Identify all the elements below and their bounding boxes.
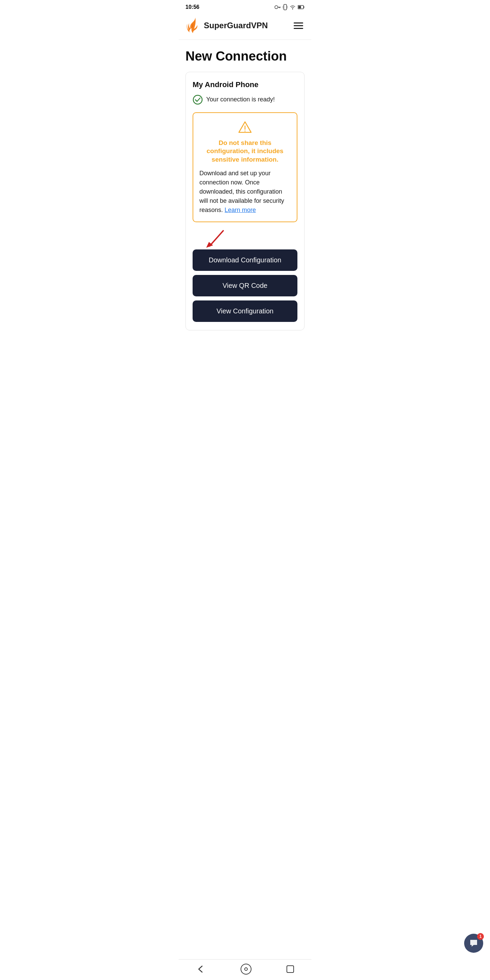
red-arrow-icon (203, 229, 230, 250)
warning-title: Do not share this configuration, it incl… (199, 139, 291, 164)
warning-icon-wrap (199, 120, 291, 135)
logo-area: SuperGuardVPN (185, 17, 268, 34)
device-name: My Android Phone (192, 80, 298, 89)
svg-rect-4 (284, 5, 286, 10)
hamburger-line-1 (294, 22, 303, 24)
status-icons (275, 4, 305, 10)
page-title: New Connection (185, 49, 305, 64)
key-icon (275, 5, 281, 9)
hamburger-line-3 (294, 28, 303, 29)
app-name: SuperGuardVPN (204, 21, 268, 30)
warning-box: Do not share this configuration, it incl… (192, 112, 298, 222)
status-bar: 10:56 (179, 0, 311, 13)
warning-triangle-icon (237, 120, 253, 135)
learn-more-link[interactable]: Learn more (224, 207, 256, 213)
arrow-container (192, 229, 298, 250)
status-time: 10:56 (185, 4, 199, 10)
connection-status: Your connection is ready! (192, 95, 298, 105)
svg-line-12 (210, 231, 223, 246)
battery-icon (298, 5, 305, 9)
app-header: SuperGuardVPN (179, 13, 311, 40)
warning-body: Download and set up your connection now.… (199, 169, 291, 215)
svg-rect-8 (298, 6, 301, 8)
check-circle-icon (192, 95, 203, 105)
main-content: New Connection My Android Phone Your con… (179, 40, 311, 337)
hamburger-line-2 (294, 25, 303, 26)
view-config-button[interactable]: View Configuration (192, 301, 298, 322)
vibrate-icon (283, 4, 288, 10)
connection-card: My Android Phone Your connection is read… (185, 72, 305, 331)
menu-button[interactable] (292, 21, 305, 30)
download-config-button[interactable]: Download Configuration (192, 250, 298, 271)
svg-point-11 (245, 130, 246, 131)
view-qr-button[interactable]: View QR Code (192, 275, 298, 296)
status-text: Your connection is ready! (206, 96, 275, 103)
app-logo (185, 17, 200, 34)
svg-point-9 (193, 95, 202, 104)
wifi-icon (290, 5, 296, 10)
svg-point-0 (275, 6, 278, 9)
